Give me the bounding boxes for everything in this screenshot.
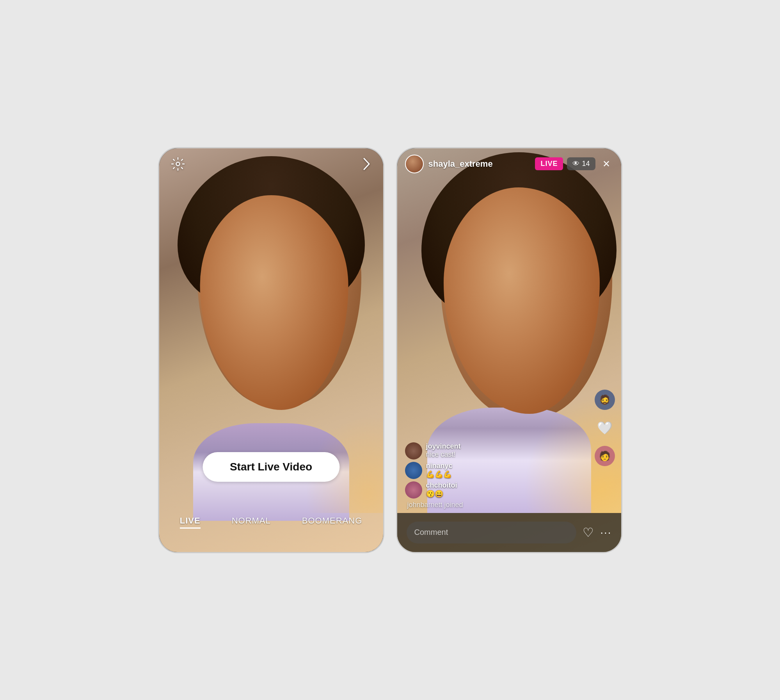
viewer-count: 14 [582, 160, 590, 168]
comment-placeholder: Comment [414, 528, 448, 537]
username-label: shayla_extreme [428, 159, 493, 169]
comment-row-3: chchoitoi 😗😄 [405, 481, 582, 499]
comment-row-1: joyvincent nice cast! [405, 442, 582, 460]
comments-overlay: joyvincent nice cast! ninanyc 💪💪💪 chchoi… [397, 442, 590, 509]
phone-left: Start Live Video LIVE NORMAL BOOMERANG [158, 147, 384, 553]
comment-bar: Comment ♡ ··· [397, 513, 621, 552]
settings-icon[interactable] [171, 157, 185, 171]
phone-container: Start Live Video LIVE NORMAL BOOMERANG s… [158, 147, 622, 553]
reactions-panel: 🧔 🤍 🧑 [595, 390, 615, 466]
live-badge: LIVE [535, 157, 563, 170]
heart-icon[interactable]: ♡ [583, 525, 594, 540]
reaction-1: 🧔 [595, 390, 615, 410]
comment-text-1: joyvincent nice cast! [426, 442, 461, 459]
viewer-count-badge: 👁 14 [567, 157, 595, 170]
comment-username-1: joyvincent [426, 442, 461, 451]
comment-text-2: ninanyc 💪💪💪 [426, 462, 453, 479]
comment-avatar-1 [405, 442, 422, 460]
more-options-icon[interactable]: ··· [600, 526, 611, 539]
joined-notification: johnbarnett joined [405, 501, 582, 509]
right-header: shayla_extreme LIVE 👁 14 ✕ [397, 148, 621, 180]
start-live-video-button[interactable]: Start Live Video [203, 452, 339, 482]
reaction-heart: 🤍 [595, 418, 615, 438]
phone-right: shayla_extreme LIVE 👁 14 ✕ joyvincent ni… [396, 147, 622, 553]
tab-live[interactable]: LIVE [180, 516, 201, 529]
chevron-right-icon[interactable] [362, 157, 371, 171]
left-header [159, 148, 383, 180]
header-left-group: shayla_extreme [405, 155, 493, 173]
comment-avatar-3 [405, 481, 422, 499]
reaction-2: 🧑 [595, 446, 615, 466]
comment-row-2: ninanyc 💪💪💪 [405, 462, 582, 479]
avatar [405, 155, 424, 173]
comment-message-1: nice cast! [426, 451, 461, 459]
eye-icon: 👁 [572, 160, 579, 168]
tab-boomerang[interactable]: BOOMERANG [302, 516, 362, 529]
left-tabs: LIVE NORMAL BOOMERANG [159, 516, 383, 529]
comment-message-3: 😗😄 [426, 490, 457, 498]
comment-text-3: chchoitoi 😗😄 [426, 481, 457, 498]
comment-avatar-2 [405, 462, 422, 479]
comment-input[interactable]: Comment [407, 522, 577, 543]
svg-point-0 [176, 162, 179, 166]
comment-username-3: chchoitoi [426, 481, 457, 490]
tab-normal[interactable]: NORMAL [232, 516, 271, 529]
comment-username-2: ninanyc [426, 462, 453, 470]
comment-message-2: 💪💪💪 [426, 470, 453, 479]
close-button[interactable]: ✕ [599, 157, 613, 171]
